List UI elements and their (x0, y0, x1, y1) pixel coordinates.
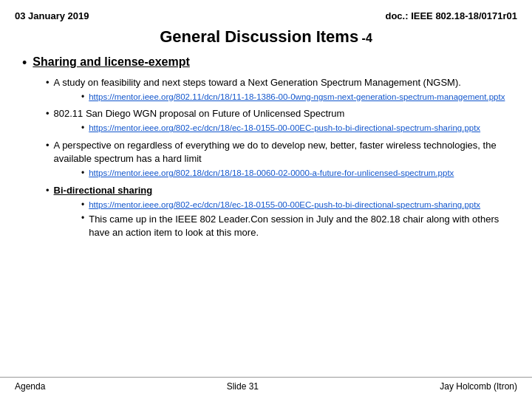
footer: Agenda Slide 31 Jay Holcomb (Itron) (0, 377, 532, 392)
section-2-link-1: • https://mentor.ieee.org/802-ec/dcn/18/… (81, 123, 510, 134)
page-title: General Discussion Items -4 (160, 27, 372, 46)
section-4-link-2: • This came up in the IEEE 802 Leader.Co… (81, 213, 510, 239)
section-3: • A perspective on regardless of everyth… (46, 139, 510, 180)
header-date: 03 January 2019 (15, 10, 89, 21)
section-2-links: • https://mentor.ieee.org/802-ec/dcn/18/… (81, 123, 510, 134)
section-1-dot: • (46, 76, 50, 89)
section-3-links: • https://mentor.ieee.org/802.18/dcn/18/… (81, 168, 510, 180)
link-dot-3: • (81, 168, 84, 178)
section-3-link-text[interactable]: https://mentor.ieee.org/802.18/dcn/18/18… (89, 168, 454, 180)
section-2-text: 802.11 San Diego WGN proposal on Future … (54, 107, 345, 120)
section-3-dot: • (46, 139, 50, 152)
section-4-link-1: • https://mentor.ieee.org/802-ec/dcn/18/… (81, 200, 510, 211)
section-2-dot: • (46, 107, 50, 120)
section-4-links: • https://mentor.ieee.org/802-ec/dcn/18/… (81, 200, 510, 239)
footer-left: Agenda (15, 381, 45, 392)
footer-right: Jay Holcomb (Itron) (440, 381, 517, 392)
link-dot-2: • (81, 123, 84, 133)
link-dot-5: • (81, 213, 84, 223)
main-bullet: • Sharing and license-exempt (22, 55, 510, 72)
section-3-bullet: • A perspective on regardless of everyth… (46, 139, 510, 166)
section-4: • Bi-directional sharing • https://mento… (46, 184, 510, 239)
main-bullet-label: Sharing and license-exempt (33, 55, 190, 69)
section-1-bullet: • A study on feasibility and next steps … (46, 76, 510, 89)
section-1-link-text[interactable]: https://mentor.ieee.org/802.11/dcn/18/11… (89, 92, 505, 103)
main-bullet-dot: • (22, 55, 27, 72)
content: • Sharing and license-exempt • A study o… (0, 52, 532, 247)
section-4-bullet: • Bi-directional sharing (46, 184, 510, 197)
header-doc: doc.: IEEE 802.18-18/0171r01 (385, 10, 517, 21)
section-1-links: • https://mentor.ieee.org/802.11/dcn/18/… (81, 92, 510, 103)
section-2: • 802.11 San Diego WGN proposal on Futur… (46, 107, 510, 134)
link-dot-4: • (81, 200, 84, 210)
footer-center: Slide 31 (227, 381, 259, 392)
section-1-text: A study on feasibility and next steps to… (54, 76, 461, 89)
section-1: • A study on feasibility and next steps … (46, 76, 510, 103)
section-4-note: This came up in the IEEE 802 Leader.Con … (89, 213, 510, 239)
section-3-link-1: • https://mentor.ieee.org/802.18/dcn/18/… (81, 168, 510, 180)
section-4-dot: • (46, 184, 50, 197)
section-4-text: Bi-directional sharing (54, 184, 153, 197)
section-2-bullet: • 802.11 San Diego WGN proposal on Futur… (46, 107, 510, 120)
section-1-link-1: • https://mentor.ieee.org/802.11/dcn/18/… (81, 92, 510, 103)
title-text: General Discussion Items (160, 27, 358, 46)
section-2-link-text[interactable]: https://mentor.ieee.org/802-ec/dcn/18/ec… (89, 123, 480, 134)
section-3-text: A perspective on regardless of everythin… (54, 139, 510, 166)
link-dot: • (81, 92, 84, 102)
section-4-link-text[interactable]: https://mentor.ieee.org/802-ec/dcn/18/ec… (89, 200, 480, 211)
title-suffix: -4 (358, 32, 372, 44)
